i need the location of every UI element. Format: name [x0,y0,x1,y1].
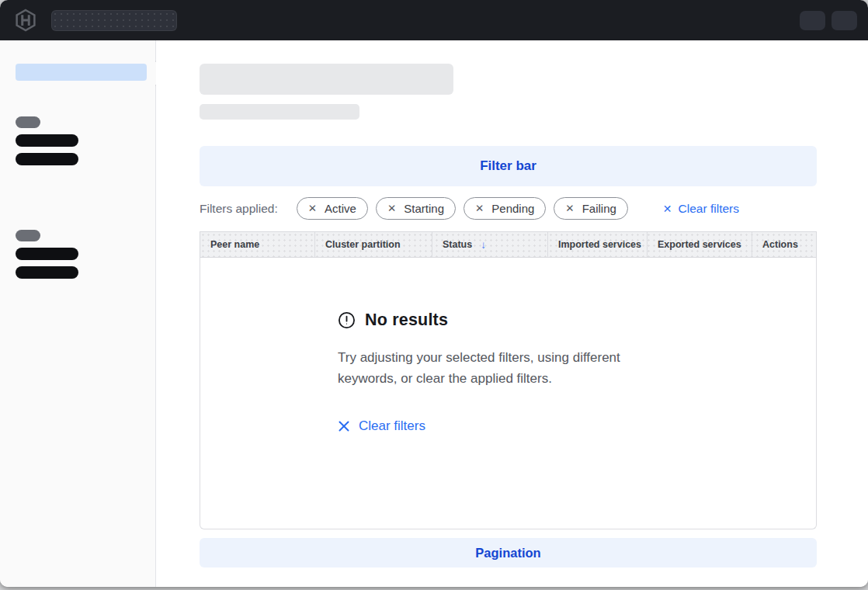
main-content: Filter bar Filters applied: ✕ Active ✕ S… [156,40,868,587]
clear-x-icon [338,420,350,432]
top-navigation-bar [0,0,868,40]
filters-applied-label: Filters applied: [200,202,278,216]
filter-chip-label: Failing [582,202,616,215]
remove-filter-icon[interactable]: ✕ [387,203,396,214]
remove-filter-icon[interactable]: ✕ [565,203,574,214]
column-header-exported-services[interactable]: Exported services [647,232,752,257]
filter-chip-starting[interactable]: ✕ Starting [376,197,456,220]
column-header-peer-name[interactable]: Peer name [200,232,314,257]
sidebar-item-placeholder[interactable] [16,153,78,165]
clear-filters-label: Clear filters [679,202,739,216]
filter-chip-active[interactable]: ✕ Active [297,197,368,220]
sidebar-active-item-placeholder[interactable] [16,64,147,81]
filter-chip-failing[interactable]: ✕ Failing [554,197,628,220]
column-header-status[interactable]: Status ↓ [432,232,547,257]
sidebar-section-label-placeholder [16,116,40,128]
topnav-placeholder [51,10,177,31]
sidebar [0,40,156,587]
remove-filter-icon[interactable]: ✕ [475,203,484,214]
app-window: Filter bar Filters applied: ✕ Active ✕ S… [0,0,868,587]
filter-chip-pending[interactable]: ✕ Pending [464,197,546,220]
empty-state-clear-filters-link[interactable]: Clear filters [338,418,425,434]
page-title-placeholder [200,64,453,95]
column-header-cluster-partition[interactable]: Cluster partition [314,232,432,257]
clear-filters-x-icon: ✕ [663,203,672,214]
sidebar-item-placeholder[interactable] [16,266,78,279]
empty-state-description: Try adjusting your selected filters, usi… [338,347,683,389]
sidebar-item-placeholder[interactable] [16,248,78,260]
filter-bar-placeholder[interactable]: Filter bar [200,146,817,186]
applied-filters-row: Filters applied: ✕ Active ✕ Starting ✕ P… [200,197,817,220]
clear-filters-link[interactable]: ✕ Clear filters [663,202,739,216]
column-header-actions[interactable]: Actions [752,232,816,257]
empty-state: No results Try adjusting your selected f… [338,311,683,436]
table-header-row: Peer name Cluster partition Status ↓ Imp… [200,231,817,258]
topbar-button-placeholder-1[interactable] [800,11,825,30]
alert-circle-icon [338,311,356,329]
pagination-label: Pagination [475,546,540,560]
remove-filter-icon[interactable]: ✕ [308,203,317,214]
sidebar-item-placeholder[interactable] [16,134,78,147]
column-header-imported-services[interactable]: Imported services [547,232,647,257]
topbar-button-placeholder-2[interactable] [832,11,857,30]
sidebar-section-label-placeholder [16,230,40,241]
filter-chip-label: Pending [491,202,534,215]
empty-state-title: No results [365,311,448,330]
hashicorp-logo-icon[interactable] [14,9,37,32]
filter-chip-label: Active [325,202,356,215]
table-body: No results Try adjusting your selected f… [200,258,817,529]
filter-chip-label: Starting [404,202,444,215]
empty-state-clear-filters-label: Clear filters [359,418,425,434]
filter-bar-label: Filter bar [480,158,536,174]
sort-descending-icon[interactable]: ↓ [481,239,486,251]
pagination-placeholder[interactable]: Pagination [200,538,817,567]
page-subtitle-placeholder [200,104,359,120]
